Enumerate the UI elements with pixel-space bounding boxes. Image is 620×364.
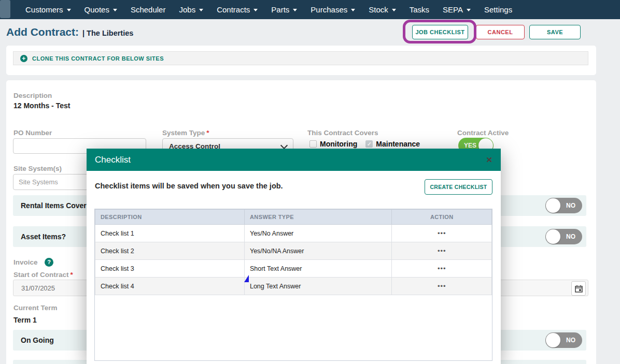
po-number-label: PO Number [13,129,52,137]
chevron-down-icon [199,9,203,11]
monitoring-checkbox[interactable] [309,140,317,148]
plus-circle-icon: + [20,55,27,62]
description-value: 12 Months - Test [13,101,70,110]
row-actions-ellipsis-icon[interactable]: ••• [392,260,492,278]
required-asterisk: * [206,129,209,137]
chevron-down-icon [280,141,288,149]
checklist-table-container: DESCRIPTION ANSWER TYPE ACTION Check lis… [94,209,492,361]
asset-items-label: Asset Items? [21,232,66,241]
cell-description: Check list 3 [95,260,245,278]
chevron-down-icon [293,9,297,11]
row-actions-ellipsis-icon[interactable]: ••• [392,242,492,260]
contract-active-label: Contract Active [457,129,509,137]
page-title: Add Contract: | The Liberties [6,26,133,38]
chevron-down-icon [467,9,471,11]
description-label: Description [13,92,52,99]
toggle-no-label: NO [566,337,575,344]
table-row: Check list 2 Yes/No/NA Answer ••• [95,242,492,260]
toggle-no-label: NO [566,202,575,209]
modal-title: Checklist [95,155,486,165]
checklist-modal-header: Checklist ✕ [87,149,501,171]
nav-item-stock[interactable]: Stock [362,0,403,19]
cell-answer-type: Yes/No Answer [244,225,391,242]
nav-item-purchases[interactable]: Purchases [304,0,362,19]
cancel-button[interactable]: CANCEL [476,25,525,39]
row-actions-ellipsis-icon[interactable]: ••• [392,225,492,242]
chevron-down-icon [351,9,355,11]
maintenance-checkbox[interactable]: ✓ [365,140,373,148]
on-going-label: On Going [21,336,54,344]
cell-answer-type: Short Text Answer [244,260,391,278]
create-checklist-button[interactable]: CREATE CHECKLIST [425,179,492,195]
column-header-action[interactable]: ACTION [392,210,492,225]
chevron-down-icon [67,9,71,11]
cell-answer-type: Long Text Answer [244,278,391,295]
help-question-icon[interactable]: ? [45,258,53,267]
column-header-description[interactable]: DESCRIPTION [95,210,245,225]
maintenance-label: Maintenance [376,140,420,148]
page-title-text: Add Contract: [6,26,79,38]
save-button[interactable]: SAVE [529,25,581,39]
nav-item-contracts[interactable]: Contracts [210,0,264,19]
calendar-icon [575,285,583,293]
monitoring-label: Monitoring [320,140,357,148]
nav-item-quotes[interactable]: Quotes [78,0,124,19]
start-of-contract-label: Start of Contract* [13,271,73,279]
asset-items-toggle[interactable]: NO [545,229,582,244]
checklist-modal: Checklist ✕ Checklist items will be save… [87,149,501,364]
column-header-answer-type[interactable]: ANSWER TYPE [244,210,391,225]
toggle-knob [546,333,560,347]
toggle-knob [546,229,560,244]
clone-bar-label: CLONE THIS CONTRACT FOR BELOW SITES [32,55,164,62]
toggle-no-label: NO [566,233,575,240]
calendar-button[interactable] [571,281,586,296]
nav-item-parts[interactable]: Parts [264,0,304,19]
nav-item-jobs[interactable]: Jobs [172,0,210,19]
nav-item-sepa[interactable]: SEPA [436,0,477,19]
close-icon[interactable]: ✕ [486,155,492,165]
cell-answer-type: Yes/No/NA Answer [244,242,391,260]
cell-description: Check list 4 [95,278,245,295]
required-asterisk: * [71,271,73,279]
row-actions-ellipsis-icon[interactable]: ••• [392,278,492,295]
current-term-value: Term 1 [13,316,37,324]
checklist-table: DESCRIPTION ANSWER TYPE ACTION Check lis… [95,209,492,295]
system-type-label: System Type* [162,129,209,137]
on-going-toggle[interactable]: NO [545,332,582,348]
nav-item-customers[interactable]: Customers [19,0,78,19]
site-systems-label: Site System(s) [13,165,62,172]
table-row: Check list 4 Long Text Answer ••• [95,278,492,295]
start-of-contract-value: 31/07/2025 [21,284,55,292]
chevron-down-icon [113,9,117,11]
nav-item-tasks[interactable]: Tasks [403,0,436,19]
table-row: Check list 1 Yes/No Answer ••• [95,225,492,242]
rental-items-toggle[interactable]: NO [545,198,582,213]
rental-items-label: Rental Items Covered [21,201,95,210]
job-checklist-button[interactable]: JOB CHECKLIST [412,25,468,39]
top-navigation: Customers Quotes Scheduler Jobs Contract… [0,0,620,19]
clone-contract-bar[interactable]: + CLONE THIS CONTRACT FOR BELOW SITES [13,51,588,65]
site-name: | The Liberties [82,29,133,37]
current-term-label: Current Term [13,304,58,312]
toggle-knob [546,198,560,213]
invoice-label: Invoice [13,258,38,266]
app-logo [0,0,10,18]
toggle-yes-label: YES [464,142,476,149]
contract-covers-label: This Contract Covers [307,129,378,137]
checklist-message: Checklist items will be saved when you s… [95,182,283,190]
nav-item-scheduler[interactable]: Scheduler [124,0,173,19]
cell-description: Check list 2 [95,242,245,260]
table-row: Check list 3 Short Text Answer ••• [95,260,492,278]
chevron-down-icon [253,9,258,11]
nav-item-settings[interactable]: Settings [477,0,519,19]
chevron-down-icon [392,9,396,11]
cell-description: Check list 1 [95,225,245,242]
